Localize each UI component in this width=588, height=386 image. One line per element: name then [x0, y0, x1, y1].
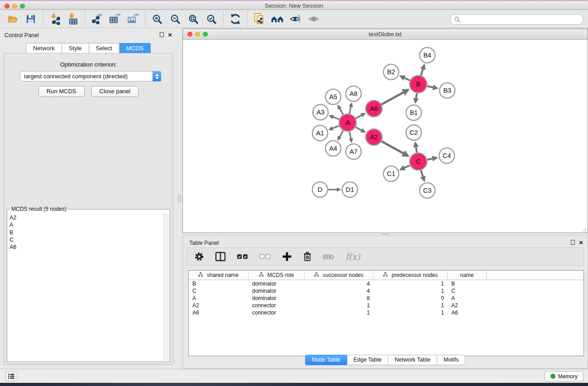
table-cell[interactable]: connector	[249, 310, 305, 316]
graph-node-C4[interactable]: C4	[439, 148, 454, 163]
graph-node-D1[interactable]: D1	[342, 182, 358, 197]
table-cell[interactable]: A2	[189, 302, 249, 309]
result-item[interactable]: A2	[10, 214, 163, 221]
graph-edge-A-A8[interactable]	[349, 103, 352, 114]
table-row[interactable]: A6connector11A6	[189, 309, 583, 316]
zoom-in-button[interactable]	[148, 11, 166, 27]
table-cell[interactable]: C	[448, 288, 487, 294]
split-columns-icon[interactable]	[215, 252, 226, 262]
graph-edge-B-B3[interactable]	[427, 86, 438, 88]
graph-node-A8[interactable]: A8	[346, 86, 361, 101]
table-cell[interactable]: 1	[305, 310, 373, 316]
graph-edge-C-C1[interactable]	[400, 165, 410, 170]
import-table-button[interactable]	[64, 11, 82, 27]
table-row[interactable]: Adominator80A	[189, 295, 583, 302]
table-cell[interactable]: C	[189, 288, 249, 294]
table-row[interactable]: A2connector11A2	[189, 302, 583, 309]
graph-edge-A-A2[interactable]	[356, 127, 365, 132]
graph-node-A2[interactable]: A2	[366, 129, 382, 145]
zoom-fit-button[interactable]	[184, 11, 202, 27]
import-network-button[interactable]	[46, 11, 64, 27]
table-cell[interactable]: A	[448, 295, 487, 301]
graph-node-C1[interactable]: C1	[383, 166, 399, 181]
graph-edge-B-B4[interactable]	[421, 65, 424, 76]
table-cell[interactable]: connector	[249, 302, 305, 309]
memory-button[interactable]: Memory	[545, 371, 583, 381]
tab-network[interactable]: Network	[26, 43, 62, 54]
graph-edge-A-A3[interactable]	[330, 116, 339, 119]
vertical-splitter-handle[interactable]	[178, 195, 181, 202]
column-header-name[interactable]: name	[448, 271, 487, 280]
column-header-successor-nodes[interactable]: successor nodes	[305, 271, 373, 280]
refresh-button[interactable]	[226, 11, 244, 27]
export-table-button[interactable]	[106, 11, 124, 27]
close-panel-button[interactable]: Close panel	[91, 86, 139, 97]
zoom-out-button[interactable]	[166, 11, 184, 27]
export-network-button[interactable]	[88, 11, 106, 27]
float-panel-icon[interactable]	[160, 32, 164, 37]
network-graph[interactable]: B4B2BB3A8A5A6A3B1AC2A1A2A4A7C4CC1DD1C3	[183, 40, 588, 234]
tab-style[interactable]: Style	[62, 43, 89, 54]
graph-node-B[interactable]: B	[410, 76, 427, 93]
graph-edge-B-B1[interactable]	[415, 93, 416, 103]
table-cell[interactable]: A6	[448, 310, 487, 316]
graph-node-A7[interactable]: A7	[346, 144, 361, 159]
delete-icon[interactable]	[303, 252, 312, 262]
graph-edge-B-B2[interactable]	[400, 76, 410, 81]
table-row[interactable]: Cdominator41C	[189, 287, 583, 295]
graph-edge-A-A6[interactable]	[356, 114, 365, 119]
zoom-selected-button[interactable]	[202, 11, 220, 27]
run-mcds-button[interactable]: Run MCDS	[38, 86, 85, 97]
resize-grip-icon[interactable]	[582, 227, 587, 232]
gear-icon[interactable]	[194, 252, 204, 262]
graph-node-A3[interactable]: A3	[313, 105, 328, 120]
table-cell[interactable]: B	[189, 281, 249, 287]
save-session-button[interactable]	[22, 11, 40, 27]
graph-node-A[interactable]: A	[339, 114, 356, 131]
add-column-icon[interactable]	[282, 252, 292, 262]
deselect-all-icon[interactable]	[259, 253, 271, 261]
copy-network-button[interactable]	[250, 11, 268, 27]
table-cell[interactable]: 1	[373, 302, 448, 309]
table-cell[interactable]: dominator	[249, 281, 305, 287]
tab-node-table[interactable]: Node Table	[305, 355, 347, 365]
criterion-dropdown[interactable]: largest connected component (directed)	[20, 71, 161, 81]
graph-edge-A-A1[interactable]	[329, 126, 339, 129]
preview-eye-button[interactable]	[305, 11, 323, 27]
column-header-MCDS-role[interactable]: MCDS role	[249, 271, 305, 280]
graph-node-B2[interactable]: B2	[383, 64, 399, 80]
graph-node-A5[interactable]: A5	[325, 89, 341, 105]
table-cell[interactable]: B	[448, 281, 487, 287]
export-image-button[interactable]	[124, 11, 142, 27]
select-all-icon[interactable]	[237, 253, 249, 261]
result-item[interactable]: B	[10, 229, 163, 236]
table-cell[interactable]: 1	[373, 281, 448, 287]
search-input[interactable]	[450, 14, 583, 25]
graph-node-C2[interactable]: C2	[406, 125, 421, 140]
graph-edge-A-A4[interactable]	[338, 130, 344, 140]
graph-edge-C-C3[interactable]	[421, 170, 424, 181]
table-cell[interactable]: A6	[189, 310, 249, 316]
toggle-visibility-button[interactable]	[287, 11, 305, 27]
table-cell[interactable]: 4	[305, 288, 373, 294]
graph-node-B3[interactable]: B3	[440, 83, 455, 98]
graph-node-D[interactable]: D	[312, 182, 328, 197]
table-close-panel-icon[interactable]: ×	[579, 240, 583, 245]
table-cell[interactable]: 1	[373, 310, 448, 316]
graph-edge-A2-C[interactable]	[382, 141, 408, 156]
graph-node-B4[interactable]: B4	[420, 48, 435, 63]
table-float-panel-icon[interactable]	[571, 240, 575, 245]
graph-node-B1[interactable]: B1	[406, 105, 421, 120]
graph-node-C[interactable]: C	[410, 153, 427, 170]
graph-edge-A-A7[interactable]	[349, 132, 352, 142]
open-session-button[interactable]	[4, 11, 22, 27]
task-history-button[interactable]	[5, 372, 17, 381]
tab-edge-table[interactable]: Edge Table	[347, 355, 388, 365]
table-cell[interactable]: 4	[305, 281, 373, 287]
column-header-shared-name[interactable]: shared name	[189, 271, 249, 280]
graph-edge-A6-B[interactable]	[382, 90, 408, 105]
graph-node-C3[interactable]: C3	[420, 183, 435, 198]
table-cell[interactable]: 1	[373, 288, 448, 294]
result-item[interactable]: A	[10, 221, 163, 229]
result-item[interactable]: A6	[10, 243, 163, 251]
